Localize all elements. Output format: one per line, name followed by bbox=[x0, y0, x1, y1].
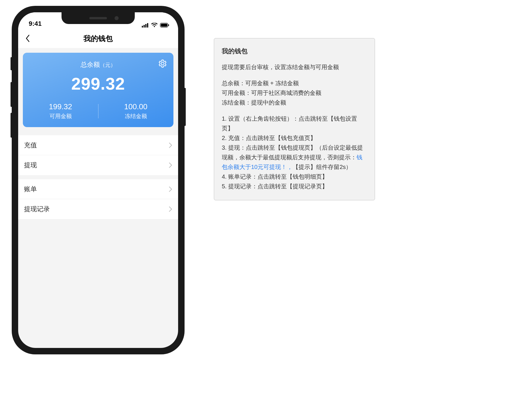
page-title: 我的钱包 bbox=[83, 34, 113, 43]
nav-bar: 我的钱包 bbox=[18, 29, 178, 48]
phone-device: 9:41 我的钱包 bbox=[12, 6, 185, 354]
battery-icon bbox=[160, 23, 169, 28]
chevron-right-icon bbox=[169, 142, 172, 148]
menu-withdraw-log[interactable]: 提现记录 bbox=[18, 199, 178, 219]
chevron-right-icon bbox=[169, 162, 172, 168]
status-time: 9:41 bbox=[29, 20, 42, 28]
svg-rect-5 bbox=[161, 24, 167, 27]
svg-rect-2 bbox=[145, 24, 146, 28]
balance-amount: 299.32 bbox=[23, 74, 173, 93]
menu-recharge[interactable]: 充值 bbox=[18, 135, 178, 155]
available-balance: 199.32 可用金额 bbox=[23, 102, 98, 120]
menu-bill[interactable]: 账单 bbox=[18, 179, 178, 199]
chevron-right-icon bbox=[169, 186, 172, 192]
available-label: 可用金额 bbox=[23, 112, 98, 120]
balance-title: 总余额（元） bbox=[23, 60, 173, 69]
gear-icon bbox=[158, 59, 167, 68]
svg-rect-3 bbox=[147, 23, 148, 28]
menu-group-2: 账单 提现记录 bbox=[18, 179, 178, 219]
svg-rect-0 bbox=[142, 26, 143, 28]
balance-card: 总余额（元） 299.32 199.32 可用金额 100.00 冻结金额 bbox=[23, 53, 173, 127]
frozen-balance: 100.00 冻结金额 bbox=[98, 102, 173, 120]
frozen-value: 100.00 bbox=[98, 102, 173, 111]
menu-label: 提现 bbox=[24, 161, 37, 170]
phone-notch bbox=[62, 12, 135, 24]
menu-withdraw[interactable]: 提现 bbox=[18, 155, 178, 175]
menu-group-1: 充值 提现 bbox=[18, 135, 178, 175]
spec-panel: 我的钱包 提现需要后台审核，设置冻结金额与可用金额 总余额：可用金额 + 冻结金… bbox=[214, 38, 375, 200]
spec-definitions: 总余额：可用金额 + 冻结金额 可用金额：可用于社区商城消费的金额 冻结金额：提… bbox=[222, 78, 367, 107]
spec-notes: 1. 设置（右上角齿轮按钮）：点击跳转至【钱包设置页】 2. 充值：点击跳转至【… bbox=[222, 114, 367, 191]
svg-rect-1 bbox=[144, 25, 145, 28]
frozen-label: 冻结金额 bbox=[98, 112, 173, 120]
available-value: 199.32 bbox=[23, 102, 98, 111]
menu-label: 提现记录 bbox=[24, 205, 50, 214]
back-button[interactable] bbox=[23, 34, 32, 43]
svg-rect-6 bbox=[168, 24, 169, 26]
menu-label: 账单 bbox=[24, 185, 37, 194]
signal-icon bbox=[142, 23, 149, 28]
phone-screen: 9:41 我的钱包 bbox=[18, 12, 178, 348]
wifi-icon bbox=[151, 23, 158, 28]
settings-button[interactable] bbox=[158, 59, 167, 68]
spec-intro: 提现需要后台审核，设置冻结金额与可用金额 bbox=[222, 62, 367, 72]
spec-title: 我的钱包 bbox=[222, 46, 367, 57]
chevron-right-icon bbox=[169, 206, 172, 212]
menu-label: 充值 bbox=[24, 141, 37, 150]
chevron-left-icon bbox=[25, 34, 30, 42]
